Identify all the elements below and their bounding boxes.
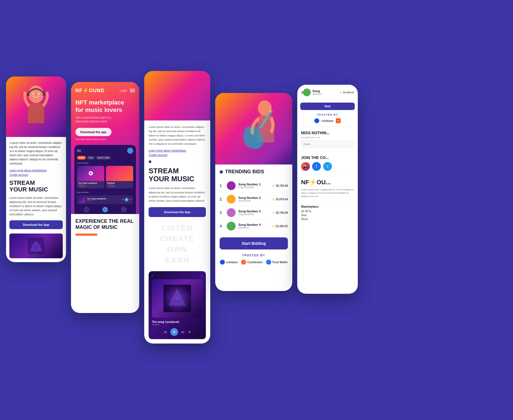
- trust-logo: 🛡 Trust Wallet: [266, 260, 288, 265]
- trusted-section-5: TRUSTED BY coinbase Y: [297, 113, 358, 127]
- bid-pause-btn[interactable]: ⏸: [129, 198, 132, 201]
- stream-lorem-1: Lorem ipsum dolor sit amet, consectetur …: [9, 196, 63, 216]
- artist-bid-3: CryptoSoundz: [238, 213, 269, 216]
- genre-tags: EDM Pop Rock n Roll: [77, 156, 133, 160]
- orange-bar: [75, 234, 97, 236]
- bid-sub-1: It's Fire: [87, 200, 120, 201]
- trusted-label-4: TRUSTED BY: [220, 254, 288, 257]
- play-pause-btn[interactable]: ⏸: [170, 328, 178, 336]
- trusted-label-5: TRUSTED BY: [301, 113, 354, 116]
- player-header: ≡ •••: [152, 274, 203, 277]
- join-section-5: JOIN THE CO... 📷 f t: [297, 152, 358, 175]
- instagram-icon[interactable]: 📷: [301, 162, 310, 171]
- coinbase-logo-5: [314, 118, 319, 123]
- start-bidding-btn[interactable]: Start Bidding: [220, 237, 288, 249]
- lorem-top-3: Lorem ipsum dolor sit amet, consectetur …: [149, 125, 206, 146]
- marketplace-link-all-nfts[interactable]: All NFTs: [301, 210, 354, 213]
- tag-rock[interactable]: Rock n Roll: [96, 156, 111, 160]
- twitter-icon[interactable]: t: [323, 162, 332, 171]
- facebook-icon[interactable]: f: [312, 162, 321, 171]
- song-avatar-5: [303, 89, 311, 96]
- bottom-thumbnail-1: [9, 234, 63, 258]
- content-4: TRENDING BIDS 1 Song Number 1 CryptoSoun…: [215, 164, 292, 269]
- start-btn-5[interactable]: Start: [300, 103, 355, 110]
- avatar-3: [227, 208, 236, 217]
- tag-edm[interactable]: EDM: [77, 156, 86, 160]
- create-account-link-3[interactable]: Create account: [149, 153, 206, 157]
- login-link[interactable]: Login: [120, 89, 127, 92]
- price-1: ⚡38,726.98: [272, 184, 288, 187]
- tagline-2: and start appriciating music!: [75, 138, 135, 141]
- player-menu-icon[interactable]: ≡: [152, 274, 153, 277]
- player-controls: ⏮ ⏸ ⏭ ★: [152, 328, 203, 336]
- song-price-2: ♪ 1,223.89: [106, 186, 133, 187]
- create-account-link-1[interactable]: Create account: [9, 173, 63, 176]
- top-section-2: NF⚡OUND Login NFT marketplacefor music l…: [71, 82, 139, 214]
- song-name-bid-2: Song Number 2: [238, 196, 269, 199]
- avatar-1: [227, 181, 236, 190]
- fav-btn[interactable]: ★: [188, 330, 191, 334]
- download-btn-3[interactable]: Download the App: [149, 207, 206, 217]
- nav-right-2: Login: [120, 89, 135, 92]
- phone-circle: [127, 148, 133, 154]
- song-sub-5: MONEK...: [312, 93, 339, 95]
- email-input-5[interactable]: [301, 141, 354, 147]
- trusted-by-section: TRUSTED BY coinbase Y Combinator 🛡 Trust…: [220, 254, 288, 265]
- trust-text: Trust Wallet: [272, 261, 288, 264]
- screen-3: Lorem ipsum dolor sit amet, consectetur …: [144, 71, 210, 344]
- phone-mockup: EDM Pop Rock n Roll Just Posted ▶ The so…: [74, 145, 136, 214]
- hero-img-4: [215, 93, 292, 164]
- price-2: ⚡33,676.54: [272, 198, 288, 201]
- phone-nav: [77, 148, 133, 154]
- stream-title-3: STREAMYOUR MUSIC: [149, 167, 206, 183]
- marketplace-link-new[interactable]: New: [301, 214, 354, 217]
- next-btn[interactable]: ⏭: [181, 330, 185, 334]
- screen-4: TRENDING BIDS 1 Song Number 1 CryptoSoun…: [215, 93, 292, 291]
- svg-rect-1: [27, 92, 29, 96]
- music-player-card: ≡ •••: [149, 271, 206, 339]
- hero-image-1: [6, 76, 66, 137]
- song-cards: ▶ The song I produced Luna ait ♪ 12,567.…: [77, 166, 133, 188]
- avatar-2: [227, 195, 236, 204]
- download-app-btn-2[interactable]: Download the app: [75, 128, 111, 136]
- song-name-5: Song: [312, 89, 339, 93]
- bid-item-4: 4 Song Number 4 MONEKU ⚡23,456.55: [220, 219, 288, 233]
- song-name-2: Stardust: [106, 182, 133, 184]
- bid-star[interactable]: ★: [122, 198, 124, 201]
- play-btn-1[interactable]: ▶: [89, 171, 93, 175]
- join-title-5: JOIN THE CO...: [301, 155, 354, 160]
- yc-logo-5: Y: [336, 118, 341, 123]
- logo-lorem-5: Lorem ipsum dolor s adipiscing elit, sed…: [301, 188, 354, 198]
- nav-profile-icon[interactable]: ♪: [121, 207, 127, 212]
- learn-more-link-3[interactable]: Learn more about marketplace: [149, 149, 206, 152]
- learn-more-link-1[interactable]: Learn more about marketplace: [9, 169, 63, 172]
- coinbase-logo: coinbase: [220, 260, 238, 265]
- artist-bid-1: CryptoSoundz: [238, 186, 269, 189]
- svg-point-18: [240, 126, 262, 148]
- bid-row-1: The song I produced It's Fire ★ ▶ ⏸: [77, 195, 133, 204]
- miss-nothing-section: MISS NOTHIN... by signing up to our: [297, 127, 358, 152]
- nav-2: NF⚡OUND Login: [75, 87, 135, 94]
- hamburger-icon[interactable]: [130, 89, 135, 92]
- yc-text: Combinator: [247, 261, 263, 264]
- lightning-1: ⚡: [272, 184, 275, 187]
- marketplace-link-music[interactable]: Music: [301, 218, 354, 221]
- screen-2: NF⚡OUND Login NFT marketplacefor music l…: [71, 82, 139, 313]
- nav-add-icon[interactable]: +: [102, 207, 108, 212]
- song-card-1: ▶ The song I produced Luna ait ♪ 12,567.…: [77, 166, 104, 188]
- song-title-player: The song I produced: [152, 320, 203, 323]
- tag-pop[interactable]: Pop: [87, 156, 95, 160]
- song-name-bid-1: Song Number 1: [238, 183, 269, 186]
- hero-title-2: NFT marketplacefor music lovers: [75, 99, 135, 114]
- just-posted-label: Just Posted: [77, 162, 133, 164]
- price-3: ⚡28,746.68: [272, 211, 288, 214]
- stream-lorem-3: Lorem ipsum dolor sit amet, consectetur …: [149, 186, 206, 203]
- nf-logo-5: NF⚡OU...: [301, 179, 354, 186]
- prev-btn[interactable]: ⏮: [164, 330, 167, 334]
- section-title-4: TRENDING BIDS: [225, 169, 264, 175]
- svg-point-4: [38, 92, 40, 95]
- lorem-text-1: n ipsum dolor sit amet, consectetur adip…: [9, 141, 63, 166]
- download-btn-1[interactable]: Download the App: [9, 220, 63, 229]
- bid-play-btn[interactable]: ▶: [125, 198, 129, 202]
- nav-home-icon[interactable]: ⊞: [84, 207, 89, 212]
